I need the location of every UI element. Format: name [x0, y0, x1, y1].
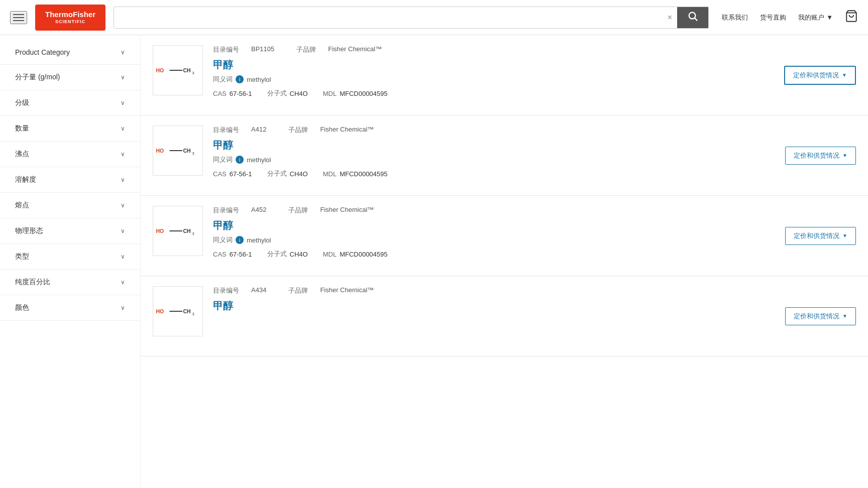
brand-label-p2: 子品牌 [288, 126, 308, 135]
formula-value-p2: CH4O [290, 170, 308, 178]
svg-text:CH: CH [183, 228, 191, 234]
pricing-button-p2[interactable]: 定价和供货情况 ▼ [785, 147, 856, 165]
search-button[interactable] [677, 7, 708, 28]
mdl-group-p3: MDL MFCD00004595 [323, 251, 388, 258]
filter-item-type[interactable]: 类型 ∨ [0, 244, 140, 270]
nav-contact[interactable]: 联系我们 [722, 13, 748, 22]
svg-text:3: 3 [192, 231, 194, 236]
filter-item-boiling-point[interactable]: 沸点 ∨ [0, 142, 140, 167]
filter-label-type: 类型 [15, 252, 29, 261]
pricing-dropdown-arrow-p4: ▼ [842, 313, 847, 319]
product-details-row-p3: CAS 67-56-1 分子式 CH4O MDL MFCD00004595 [213, 250, 775, 259]
filter-item-product-category[interactable]: Product Category ∨ [0, 40, 140, 65]
brand-value-p1: Fisher Chemical™ [328, 45, 382, 54]
catalog-label-p1: 目录编号 [213, 45, 239, 54]
svg-point-0 [689, 13, 696, 19]
filter-item-grade[interactable]: 分级 ∨ [0, 90, 140, 116]
product-info-p1: 目录编号 BP1105 子品牌 Fisher Chemical™ 甲醇 同义词 … [213, 45, 774, 105]
cas-value-p1: 67-56-1 [230, 90, 252, 97]
pricing-label-p3: 定价和供货情况 [794, 231, 839, 240]
cart-icon[interactable] [845, 10, 858, 26]
product-name-p4[interactable]: 甲醇 [213, 299, 775, 313]
product-meta-row-p4: 目录编号 A434 子品牌 Fisher Chemical™ [213, 286, 775, 295]
pricing-button-p1[interactable]: 定价和供货情况 ▼ [784, 66, 856, 85]
pricing-button-p4[interactable]: 定价和供货情况 ▼ [785, 307, 856, 325]
clear-icon: × [668, 13, 672, 22]
filter-item-molecular-weight[interactable]: 分子量 (g/mol) ∨ [0, 65, 140, 90]
product-name-p2[interactable]: 甲醇 [213, 139, 775, 152]
pricing-dropdown-arrow-p1: ▼ [842, 72, 847, 78]
synonym-row-p3: 同义词 i methylol [213, 235, 775, 245]
product-info-p3: 目录编号 A452 子品牌 Fisher Chemical™ 甲醇 同义词 i … [213, 206, 775, 266]
filter-label-color: 颜色 [15, 303, 29, 312]
catalog-value-p1: BP1105 [251, 45, 274, 54]
filter-chevron-quantity: ∨ [121, 125, 125, 132]
filter-label-grade: 分级 [15, 98, 29, 107]
synonym-info-icon-p3[interactable]: i [236, 236, 244, 244]
formula-label-p1: 分子式 [267, 89, 287, 98]
filter-label-purity-percent: 纯度百分比 [15, 278, 50, 287]
synonym-row-p1: 同义词 i methylol [213, 75, 774, 84]
svg-text:3: 3 [192, 151, 194, 156]
brand-value-p3: Fisher Chemical™ [320, 206, 374, 215]
filter-label-melting-point: 熔点 [15, 201, 29, 210]
catalog-label-p3: 目录编号 [213, 206, 239, 215]
catalog-value-p3: A452 [251, 206, 266, 215]
logo[interactable]: ThermoFisher SCIENTIFIC [35, 5, 105, 31]
synonym-row-p2: 同义词 i methylol [213, 155, 775, 164]
search-clear-button[interactable]: × [663, 7, 677, 28]
filter-item-melting-point[interactable]: 熔点 ∨ [0, 193, 140, 218]
product-info-p2: 目录编号 A412 子品牌 Fisher Chemical™ 甲醇 同义词 i … [213, 126, 775, 185]
header-nav: 联系我们 货号直购 我的账户 ▼ [722, 10, 858, 26]
hamburger-button[interactable] [10, 11, 27, 24]
header: ThermoFisher SCIENTIFIC 甲醇 × 联系我们 货号直购 我… [0, 0, 868, 35]
filter-item-purity-percent[interactable]: 纯度百分比 ∨ [0, 270, 140, 295]
cas-label-p1: CAS [213, 90, 227, 97]
cas-value-p2: 67-56-1 [230, 170, 252, 178]
pricing-label-p2: 定价和供货情况 [794, 151, 839, 160]
product-details-row-p1: CAS 67-56-1 分子式 CH4O MDL MFCD00004595 [213, 89, 774, 98]
search-bar: 甲醇 × [114, 7, 709, 29]
filter-item-physical-form[interactable]: 物理形态 ∨ [0, 218, 140, 244]
mdl-group-p1: MDL MFCD00004595 [323, 90, 388, 97]
product-image-p1: HO CH 3 [153, 45, 203, 95]
synonym-label-p3: 同义词 [213, 235, 233, 245]
mdl-group-p2: MDL MFCD00004595 [323, 170, 388, 178]
mdl-value-p1: MFCD00004595 [340, 90, 387, 97]
brand-value-p2: Fisher Chemical™ [320, 126, 374, 135]
filter-label-solubility: 溶解度 [15, 175, 36, 184]
product-image-p4: HO CH 3 [153, 286, 203, 336]
pricing-button-p3[interactable]: 定价和供货情况 ▼ [785, 227, 856, 245]
nav-direct[interactable]: 货号直购 [760, 13, 786, 22]
svg-text:HO: HO [156, 148, 164, 154]
account-chevron-icon: ▼ [826, 14, 833, 21]
product-image-p2: HO CH 3 [153, 126, 203, 176]
product-name-p1[interactable]: 甲醇 [213, 58, 774, 72]
synonym-info-icon-p1[interactable]: i [236, 75, 244, 83]
product-card-p2: HO CH 3 目录编号 A412 子品牌 Fisher Chemical™ 甲… [141, 115, 868, 196]
mdl-label-p1: MDL [323, 90, 337, 97]
synonym-info-icon-p2[interactable]: i [236, 156, 244, 164]
filter-chevron-type: ∨ [121, 253, 125, 260]
filter-item-solubility[interactable]: 溶解度 ∨ [0, 167, 140, 193]
synonym-value-p3: methylol [247, 236, 271, 244]
filter-label-product-category: Product Category [15, 48, 70, 56]
svg-text:CH: CH [183, 67, 191, 73]
nav-account[interactable]: 我的账户 ▼ [798, 13, 833, 22]
cas-value-p3: 67-56-1 [230, 251, 252, 258]
synonym-label-p1: 同义词 [213, 75, 233, 84]
sidebar: Product Category ∨ 分子量 (g/mol) ∨ 分级 ∨ 数量… [0, 35, 141, 488]
brand-label-p1: 子品牌 [296, 45, 316, 54]
product-list: HO CH 3 目录编号 BP1105 子品牌 Fisher Chemical™… [141, 35, 868, 488]
mdl-value-p2: MFCD00004595 [340, 170, 387, 178]
filter-chevron-melting-point: ∨ [121, 202, 125, 209]
product-card-p1: HO CH 3 目录编号 BP1105 子品牌 Fisher Chemical™… [141, 35, 868, 115]
catalog-value-p4: A434 [251, 286, 266, 295]
search-input[interactable]: 甲醇 [114, 7, 663, 28]
filter-item-quantity[interactable]: 数量 ∨ [0, 116, 140, 142]
product-name-p3[interactable]: 甲醇 [213, 219, 775, 232]
pricing-label-p4: 定价和供货情况 [794, 312, 839, 321]
filter-label-boiling-point: 沸点 [15, 150, 29, 159]
product-action-p4: 定价和供货情况 ▼ [785, 286, 856, 346]
filter-item-color[interactable]: 颜色 ∨ [0, 295, 140, 321]
